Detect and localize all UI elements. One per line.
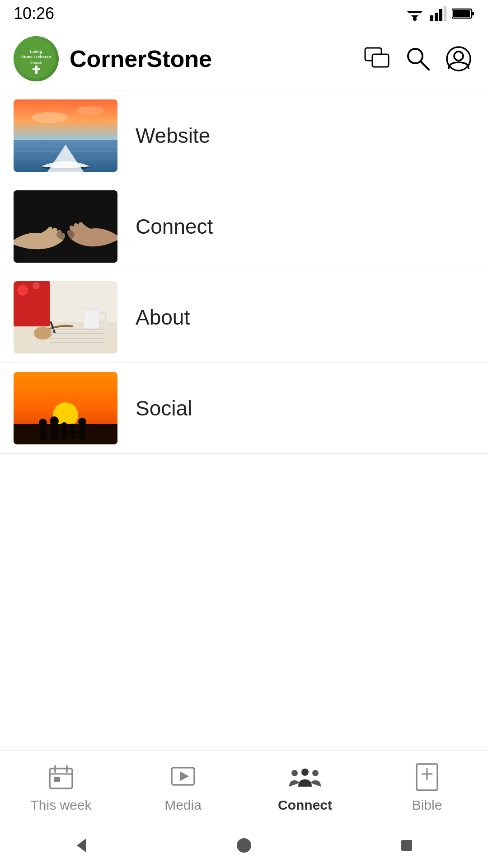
- this-week-icon-container: [45, 761, 77, 793]
- nav-item-this-week[interactable]: This week: [0, 761, 122, 813]
- recents-button[interactable]: [389, 827, 425, 863]
- svg-rect-55: [61, 428, 67, 439]
- svg-rect-25: [14, 140, 117, 172]
- nav-item-connect[interactable]: Connect: [244, 761, 366, 813]
- svg-point-40: [33, 282, 40, 289]
- bible-label: Bible: [412, 797, 442, 813]
- svg-rect-10: [453, 10, 470, 17]
- svg-rect-9: [472, 12, 474, 15]
- menu-item-social[interactable]: Social: [0, 363, 488, 454]
- svg-marker-77: [77, 839, 86, 852]
- wifi-icon: [405, 6, 425, 21]
- home-icon: [235, 836, 253, 854]
- search-button[interactable]: [402, 43, 434, 75]
- svg-rect-53: [51, 425, 58, 440]
- social-label: Social: [136, 396, 192, 420]
- svg-point-37: [84, 306, 99, 311]
- svg-rect-79: [401, 840, 412, 851]
- nav-item-bible[interactable]: Bible: [366, 761, 488, 813]
- svg-rect-64: [50, 769, 72, 788]
- svg-rect-7: [444, 6, 446, 21]
- android-nav-bar: [0, 823, 488, 868]
- svg-point-54: [61, 422, 67, 429]
- svg-rect-6: [439, 9, 442, 21]
- signal-icon: [430, 6, 446, 21]
- website-label: Website: [136, 123, 210, 148]
- svg-rect-44: [50, 333, 104, 334]
- home-button[interactable]: [226, 827, 262, 863]
- svg-text:Living: Living: [30, 49, 42, 54]
- menu-list: Website Connect: [0, 90, 488, 750]
- media-icon: [170, 764, 196, 790]
- svg-point-58: [78, 418, 86, 426]
- svg-point-52: [50, 416, 59, 425]
- svg-point-27: [77, 106, 104, 115]
- connect-thumbnail: [14, 190, 117, 263]
- svg-rect-36: [84, 308, 99, 329]
- connect-nav-icon: [289, 764, 321, 790]
- bible-icon: [415, 763, 439, 791]
- social-image: [14, 372, 117, 444]
- calendar-icon: [48, 764, 74, 790]
- svg-point-50: [39, 419, 47, 427]
- media-icon-container: [167, 761, 199, 793]
- menu-item-website[interactable]: Website: [0, 90, 488, 181]
- svg-point-22: [447, 47, 470, 71]
- app-header: Living Stone Lutheran Church CornerStone: [0, 27, 488, 90]
- header-actions: [361, 43, 474, 75]
- svg-rect-43: [50, 329, 104, 330]
- battery-icon: [452, 8, 474, 19]
- svg-text:Church: Church: [30, 61, 42, 65]
- search-icon: [405, 46, 431, 71]
- svg-rect-32: [14, 190, 117, 263]
- svg-rect-19: [373, 55, 388, 66]
- this-week-label: This week: [30, 797, 91, 813]
- app-title: CornerStone: [70, 45, 361, 72]
- svg-point-71: [301, 769, 309, 776]
- nav-item-media[interactable]: Media: [122, 761, 244, 813]
- svg-line-21: [421, 61, 429, 70]
- svg-point-26: [32, 112, 68, 123]
- profile-button[interactable]: [443, 43, 474, 75]
- about-image: [14, 281, 117, 354]
- connect-image: [14, 190, 117, 263]
- svg-point-39: [17, 285, 28, 296]
- svg-point-73: [312, 770, 319, 776]
- profile-icon: [446, 46, 471, 71]
- media-label: Media: [164, 797, 202, 813]
- connect-label: Connect: [136, 214, 213, 239]
- svg-rect-46: [50, 342, 104, 343]
- svg-point-78: [237, 838, 251, 853]
- status-icons: [405, 6, 474, 21]
- svg-point-3: [413, 17, 417, 21]
- svg-rect-45: [50, 338, 104, 339]
- logo-svg: Living Stone Lutheran Church: [16, 38, 56, 79]
- bible-icon-container: [411, 761, 443, 793]
- svg-point-56: [70, 424, 75, 429]
- menu-item-connect[interactable]: Connect: [0, 181, 488, 272]
- back-button[interactable]: [63, 827, 99, 863]
- svg-point-72: [291, 770, 298, 776]
- about-thumbnail: [14, 281, 117, 354]
- status-bar: 10:26: [0, 0, 488, 27]
- bottom-nav: This week Media: [0, 750, 488, 823]
- connect-nav-label: Connect: [278, 797, 332, 813]
- app-logo[interactable]: Living Stone Lutheran Church: [14, 36, 59, 81]
- chat-icon: [364, 47, 390, 71]
- svg-marker-70: [180, 771, 189, 781]
- svg-rect-4: [430, 15, 433, 21]
- svg-text:Stone Lutheran: Stone Lutheran: [21, 55, 51, 59]
- svg-rect-68: [54, 777, 60, 782]
- svg-point-41: [34, 327, 52, 340]
- social-thumbnail: [14, 372, 117, 444]
- website-image: [14, 99, 117, 172]
- status-time: 10:26: [14, 4, 54, 23]
- about-label: About: [136, 305, 190, 330]
- chat-button[interactable]: [361, 43, 393, 75]
- svg-rect-51: [40, 426, 46, 440]
- svg-rect-59: [79, 425, 85, 440]
- website-thumbnail: [14, 99, 117, 172]
- svg-rect-5: [435, 13, 438, 21]
- menu-item-about[interactable]: About: [0, 272, 488, 363]
- connect-icon-container: [289, 761, 321, 793]
